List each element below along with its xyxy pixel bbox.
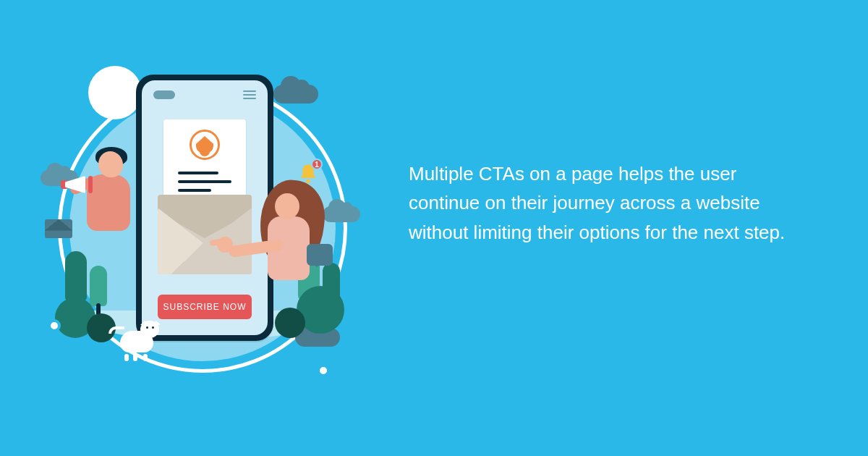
envelope-icon	[45, 219, 72, 238]
chat-icon	[307, 244, 333, 266]
megaphone-icon	[61, 173, 91, 196]
subscribe-button[interactable]: SUBSCRIBE NOW	[158, 295, 252, 319]
phone-screen: SUBSCRIBE NOW	[142, 80, 268, 335]
ring-dot-icon	[317, 364, 330, 377]
hero-illustration: SUBSCRIBE NOW 1	[43, 62, 362, 380]
tree-icon	[90, 266, 107, 306]
cat-icon	[113, 316, 163, 358]
description-text: Multiple CTAs on a page helps the user c…	[409, 159, 799, 247]
envelope-body	[158, 208, 252, 274]
status-pill-icon	[153, 90, 175, 99]
svg-point-0	[306, 180, 310, 184]
ring-dot-icon	[48, 319, 61, 332]
phone-illustration: SUBSCRIBE NOW	[136, 75, 273, 341]
avatar-icon	[190, 130, 220, 160]
notification-badge: 1	[311, 159, 323, 170]
cloud-icon	[273, 85, 318, 104]
person-pointing-icon	[258, 180, 352, 325]
person-megaphone-icon	[67, 148, 139, 264]
sun-icon	[88, 66, 142, 119]
bell-icon: 1	[298, 163, 318, 185]
hamburger-icon	[243, 90, 256, 99]
